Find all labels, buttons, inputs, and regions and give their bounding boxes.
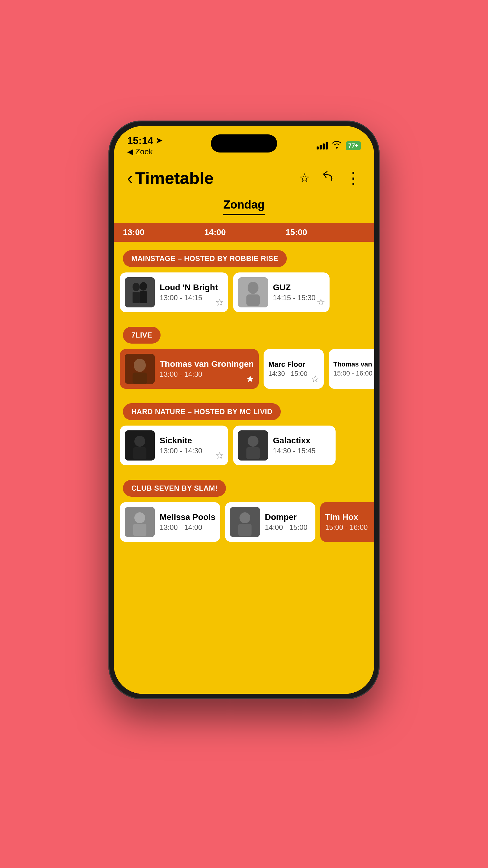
- back-arrow-icon[interactable]: ‹: [127, 168, 133, 188]
- svg-point-12: [134, 436, 145, 447]
- artist-name: Sicknite: [160, 436, 224, 445]
- list-item[interactable]: GUZ 14:15 - 15:30 ☆: [233, 273, 330, 312]
- artist-info: Galactixx 14:30 - 15:45: [273, 436, 331, 455]
- stage-section-7live: 7LIVE Thomas van Groningen: [114, 318, 374, 389]
- artist-name: Tim Hox: [325, 513, 374, 522]
- artist-info: Loud 'N Bright 13:00 - 14:15: [160, 283, 224, 302]
- artist-info: Sicknite 13:00 - 14:30: [160, 436, 224, 455]
- artist-photo: [125, 277, 155, 307]
- artist-photo: [125, 354, 155, 384]
- artist-name: Domper: [265, 513, 311, 522]
- list-item[interactable]: Melissa Pools 13:00 - 14:00: [120, 502, 220, 542]
- list-item[interactable]: Galactixx 14:30 - 15:45: [233, 426, 335, 465]
- stage-section-mainstage: MAINSTAGE – HOSTED BY ROBBIE RISE: [114, 242, 374, 312]
- artist-time: 13:00 - 14:30: [160, 370, 254, 378]
- svg-rect-2: [133, 292, 140, 303]
- artist-info: Tim Hox 15:00 - 16:00: [325, 513, 374, 532]
- 7live-pill: 7LIVE: [123, 327, 161, 344]
- wifi-icon: [332, 141, 341, 151]
- phone-frame: 15:14 ➤ ◀ Zoek: [108, 121, 380, 699]
- artist-photo: [125, 430, 155, 461]
- list-item[interactable]: Loud 'N Bright 13:00 - 14:15 ☆: [120, 273, 228, 312]
- svg-point-1: [133, 283, 140, 291]
- day-underline: [223, 214, 265, 215]
- artist-name: Thomas van Gro...: [333, 361, 374, 368]
- clubseven-pill: CLUB SEVEN BY SLAM!: [123, 480, 226, 497]
- svg-rect-10: [133, 373, 147, 384]
- svg-point-3: [140, 282, 147, 290]
- artist-name: Marc Floor: [268, 360, 319, 369]
- artist-photo: [238, 277, 268, 307]
- app-title-text: Timetable: [135, 168, 214, 188]
- favorite-star-icon[interactable]: ☆: [317, 297, 325, 308]
- artist-info: Melissa Pools 13:00 - 14:00: [160, 513, 216, 532]
- artist-info: Domper 14:00 - 15:00: [265, 513, 311, 532]
- battery-icon: 77+: [346, 141, 361, 150]
- hardnature-artists-row: Sicknite 13:00 - 14:30 ☆: [114, 426, 374, 465]
- list-item[interactable]: Domper 14:00 - 15:00: [225, 502, 315, 542]
- timeline-header: 13:00 14:00 15:00: [114, 223, 374, 242]
- list-item[interactable]: Marc Floor 14:30 - 15:00 ☆: [264, 349, 324, 389]
- time-display: 15:14: [127, 135, 153, 147]
- list-item[interactable]: Tim Hox 15:00 - 16:00: [320, 502, 374, 542]
- 7live-artists-row: Thomas van Groningen 13:00 - 14:30 ★ Mar…: [114, 349, 374, 389]
- artist-info: Thomas van Groningen 13:00 - 14:30: [160, 359, 254, 378]
- battery-level: 77+: [348, 142, 358, 149]
- artist-time: 13:00 - 14:00: [160, 523, 216, 532]
- status-time-group: 15:14 ➤ ◀ Zoek: [127, 135, 162, 156]
- artist-name: Loud 'N Bright: [160, 283, 224, 292]
- artist-time: 15:00 - 16:00: [333, 370, 374, 377]
- list-item[interactable]: Thomas van Groningen 13:00 - 14:30 ★: [120, 349, 259, 389]
- artist-name: Thomas van Groningen: [160, 359, 254, 369]
- back-label[interactable]: ◀ Zoek: [127, 147, 153, 156]
- artist-name: GUZ: [273, 283, 325, 292]
- svg-rect-13: [133, 447, 147, 459]
- svg-point-18: [134, 513, 145, 523]
- svg-point-9: [134, 359, 146, 372]
- hardnature-pill: HARD NATURE – HOSTED BY MC LIVID: [123, 403, 281, 420]
- time-15: 15:00: [286, 227, 307, 237]
- mainstage-artists-row: Loud 'N Bright 13:00 - 14:15 ☆: [114, 273, 374, 312]
- dynamic-island: [211, 134, 277, 153]
- artist-time: 13:00 - 14:30: [160, 447, 224, 455]
- artist-time: 13:00 - 14:15: [160, 293, 224, 302]
- artist-time: 14:00 - 15:00: [265, 523, 311, 532]
- favorite-star-icon[interactable]: ☆: [216, 450, 224, 461]
- bookmark-icon[interactable]: ☆: [299, 170, 310, 185]
- favorite-star-icon[interactable]: ★: [246, 373, 255, 384]
- svg-point-15: [248, 436, 258, 447]
- svg-rect-19: [133, 524, 147, 536]
- more-icon[interactable]: ⋮: [345, 168, 361, 187]
- favorite-star-icon[interactable]: ☆: [311, 373, 320, 384]
- svg-rect-16: [247, 447, 260, 459]
- list-item[interactable]: Thomas van Gro... 15:00 - 16:00: [329, 349, 374, 389]
- svg-point-6: [248, 282, 258, 294]
- svg-point-21: [239, 513, 250, 523]
- mainstage-pill: MAINSTAGE – HOSTED BY ROBBIE RISE: [123, 250, 287, 267]
- clubseven-artists-row: Melissa Pools 13:00 - 14:00: [114, 502, 374, 542]
- time-14: 14:00: [204, 227, 226, 237]
- artist-photo: [125, 507, 155, 537]
- share-icon[interactable]: [320, 169, 336, 187]
- artist-name: Melissa Pools: [160, 513, 216, 522]
- stage-section-clubseven: CLUB SEVEN BY SLAM! Melissa Pools: [114, 471, 374, 542]
- artist-time: 14:30 - 15:45: [273, 447, 331, 455]
- phone-screen: 15:14 ➤ ◀ Zoek: [114, 126, 374, 694]
- list-item[interactable]: Sicknite 13:00 - 14:30 ☆: [120, 426, 228, 465]
- content-area: MAINSTAGE – HOSTED BY ROBBIE RISE: [114, 242, 374, 694]
- app-header: ‹ Timetable ☆ ⋮: [114, 168, 374, 188]
- time-13: 13:00: [123, 227, 144, 237]
- header-actions: ☆ ⋮: [299, 168, 361, 187]
- artist-info: Thomas van Gro... 15:00 - 16:00: [333, 361, 374, 377]
- svg-rect-4: [140, 291, 147, 303]
- status-icons: 77+: [317, 141, 361, 151]
- day-tab[interactable]: Zondag: [114, 198, 374, 215]
- favorite-star-icon[interactable]: ☆: [216, 297, 224, 308]
- artist-name: Galactixx: [273, 436, 331, 445]
- day-label: Zondag: [114, 198, 374, 211]
- header-title-group[interactable]: ‹ Timetable: [127, 168, 214, 188]
- svg-rect-7: [247, 294, 260, 306]
- artist-photo: [230, 507, 260, 537]
- artist-photo: [238, 430, 268, 461]
- location-arrow-icon: ➤: [156, 136, 162, 145]
